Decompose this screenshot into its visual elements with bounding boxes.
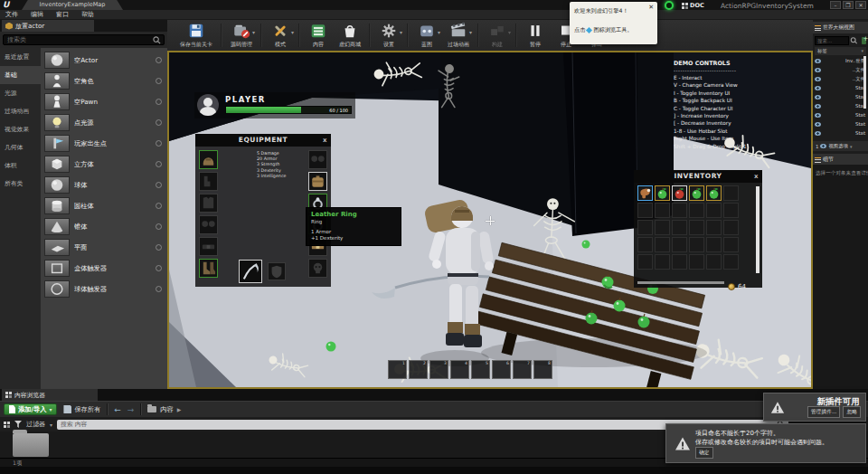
back-button[interactable]: ← <box>114 405 121 414</box>
toolbar-button[interactable]: 虚幻商城 <box>334 22 366 49</box>
eye-icon[interactable] <box>815 59 821 63</box>
equipment-slot-helmet[interactable] <box>199 150 218 169</box>
equipment-slot-boots[interactable] <box>199 259 218 278</box>
place-item[interactable]: 圆柱体 <box>41 195 167 216</box>
add-actor-icon[interactable] <box>862 37 866 44</box>
drag-handle-icon[interactable] <box>156 265 162 271</box>
dismiss-button[interactable]: 忽略 <box>843 406 861 418</box>
drag-handle-icon[interactable] <box>156 119 162 126</box>
drag-handle-icon[interactable] <box>156 161 162 167</box>
inventory-cell[interactable] <box>723 203 739 218</box>
inventory-close-button[interactable]: x <box>754 170 759 183</box>
inventory-cell[interactable] <box>655 203 670 218</box>
tab-place-actor[interactable]: 放置actor <box>2 20 94 32</box>
outliner-row[interactable]: ..文件 <box>815 74 866 83</box>
welcome-close-icon[interactable]: ✕ <box>648 4 654 11</box>
equipment-close-button[interactable]: x <box>323 134 327 147</box>
place-item[interactable]: 盒体触发器 <box>41 258 167 279</box>
place-item[interactable]: 平面 <box>41 237 167 258</box>
inventory-cell[interactable] <box>637 237 653 252</box>
outliner-row[interactable]: Stat <box>815 92 866 101</box>
menu-2[interactable]: 窗口 <box>56 10 69 19</box>
status-indicator-icon[interactable] <box>665 1 674 10</box>
drag-handle-icon[interactable] <box>156 203 162 209</box>
breadcrumb[interactable]: 内容▶ <box>147 405 181 414</box>
inventory-cell[interactable] <box>655 237 670 252</box>
outliner-row[interactable]: Stat <box>815 119 866 128</box>
place-item[interactable]: 立方体 <box>41 154 167 175</box>
hotbar-slot[interactable]: 8 <box>533 360 552 379</box>
inventory-cell[interactable] <box>655 220 670 235</box>
equipment-slot-belt[interactable] <box>199 237 218 256</box>
asset-folder[interactable] <box>13 433 49 457</box>
place-item[interactable]: 球体 <box>41 175 167 195</box>
equipment-slot-chest[interactable] <box>199 194 218 213</box>
toolbar-button[interactable]: ▾源码管理 <box>225 22 258 49</box>
hotbar-slot[interactable]: 7 <box>513 360 532 379</box>
forward-button[interactable]: → <box>127 405 135 414</box>
inventory-cell[interactable] <box>672 254 687 270</box>
toolbar-button[interactable]: ▾过场动画 <box>442 22 475 49</box>
place-item[interactable]: 空Pawn <box>41 91 167 112</box>
hotbar-slot[interactable]: 1 <box>388 360 407 379</box>
place-category[interactable]: 基础 <box>0 66 41 84</box>
weapon-slot[interactable] <box>239 260 262 283</box>
toolbar-button[interactable]: ▾蓝图 <box>411 22 442 49</box>
drag-handle-icon[interactable] <box>156 244 162 251</box>
place-category[interactable]: 体积 <box>0 156 41 175</box>
game-viewport[interactable]: PLAYER 60 / 100 EQUIPMENTx 5 Damage20 Ar… <box>167 51 813 389</box>
inventory-cell[interactable] <box>706 254 722 270</box>
outliner-row[interactable]: Stat <box>815 128 866 137</box>
menu-3[interactable]: 帮助 <box>81 10 94 19</box>
place-category[interactable]: 光源 <box>0 84 41 102</box>
inventory-cell-meat[interactable] <box>637 185 653 201</box>
place-search-input[interactable] <box>4 36 153 43</box>
level-tab[interactable]: InventoryExampleMap <box>22 0 123 10</box>
drag-handle-icon[interactable] <box>156 78 162 84</box>
toolbar-button[interactable]: ▾构建 <box>482 22 513 49</box>
equipment-slot-bag[interactable] <box>308 172 327 191</box>
place-item[interactable]: 点光源 <box>41 112 167 133</box>
toolbar-button[interactable]: ▾模式 <box>265 22 296 49</box>
maximize-button[interactable]: ❐ <box>843 1 854 9</box>
eye-icon[interactable] <box>815 86 821 90</box>
place-item[interactable]: 玩家出生点 <box>41 133 167 154</box>
place-item[interactable]: 空角色 <box>41 71 167 91</box>
minimize-button[interactable]: – <box>830 1 841 9</box>
outliner-row[interactable]: Stat <box>815 110 866 119</box>
inventory-cell[interactable] <box>706 237 722 252</box>
place-item[interactable]: 锥体 <box>41 216 167 237</box>
inventory-cell[interactable] <box>723 254 739 270</box>
place-item[interactable]: 空Actor <box>41 50 167 71</box>
inventory-cell[interactable] <box>689 254 704 270</box>
view-mode-icon[interactable] <box>4 422 10 428</box>
doc-badge[interactable]: DOC <box>682 2 704 9</box>
inventory-cell[interactable] <box>723 220 739 235</box>
inventory-cell[interactable] <box>689 237 704 252</box>
place-category[interactable]: 最近放置 <box>0 48 41 66</box>
equipment-slot-shoulders[interactable] <box>308 150 327 169</box>
inventory-cell[interactable] <box>689 220 704 235</box>
manage-plugins-button[interactable]: 管理插件... <box>807 406 841 418</box>
inventory-cell[interactable] <box>706 203 722 218</box>
eye-icon[interactable] <box>815 122 821 127</box>
eye-icon[interactable] <box>815 113 821 118</box>
toolbar-button[interactable]: 内容 <box>303 22 334 49</box>
inventory-hscrollbar[interactable] <box>637 281 724 284</box>
place-category[interactable]: 视觉效果 <box>0 120 41 138</box>
inventory-cell-apple-red[interactable] <box>672 185 687 201</box>
inventory-cell[interactable] <box>723 237 739 252</box>
eye-icon[interactable] <box>815 77 821 81</box>
outliner-column-header[interactable]: 标签▾ <box>815 47 866 55</box>
place-item[interactable]: 球体触发器 <box>41 279 167 299</box>
shield-slot[interactable] <box>268 262 286 280</box>
inventory-scrollbar[interactable] <box>756 186 760 273</box>
inventory-cell-apple-green[interactable] <box>655 185 670 201</box>
eye-icon[interactable] <box>815 95 821 100</box>
inventory-cell-apple-green[interactable] <box>689 185 704 201</box>
toolbar-button[interactable]: 暂停 <box>520 22 551 49</box>
outliner-row[interactable]: Inv..世界 <box>815 56 866 65</box>
outliner-search-input[interactable] <box>815 36 849 45</box>
inventory-cell[interactable] <box>637 203 653 218</box>
inventory-cell[interactable] <box>723 185 739 201</box>
